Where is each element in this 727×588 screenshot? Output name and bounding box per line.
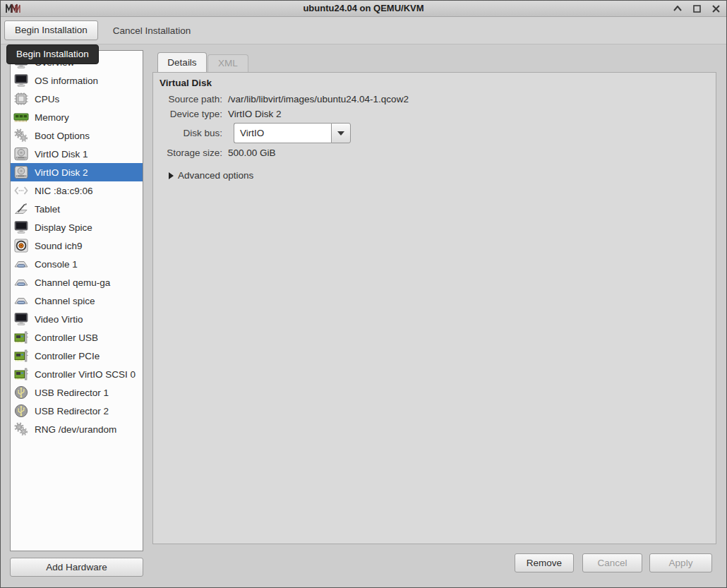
tab-xml[interactable]: XML [208,54,248,72]
expander-arrow-icon [169,172,174,179]
tab-details[interactable]: Details [157,52,207,72]
sidebar-item-virtio-disk-1[interactable]: VirtIO Disk 1 [11,145,143,163]
sidebar-item-label: VirtIO Disk 1 [35,149,88,160]
sidebar-item-channel-qemu-ga[interactable]: Channel qemu-ga [11,273,143,292]
disk-bus-dropdown-button[interactable] [331,123,351,143]
sidebar-item-label: USB Redirector 1 [35,388,109,398]
sidebar-item-channel-spice[interactable]: Channel spice [11,292,143,310]
sidebar-item-nic-8a-c9-06[interactable]: NIC :8a:c9:06 [11,181,143,200]
sidebar-item-label: Controller USB [35,332,98,343]
toolbar: Begin Installation Cancel Installation [1,17,726,44]
source-path-row: Source path: /var/lib/libvirt/images/ubu… [155,94,409,104]
pci-card-icon [13,366,30,382]
sidebar-item-console-1[interactable]: Console 1 [11,255,143,273]
disk-bus-combobox[interactable]: VirtIO [234,123,351,143]
serial-port-icon [13,256,30,272]
sidebar-item-usb-redirector-1[interactable]: USB Redirector 1 [11,383,143,402]
network-icon [13,183,30,198]
sidebar-item-label: Memory [35,112,69,123]
sidebar-item-label: RNG /dev/urandom [35,424,116,435]
sidebar-item-memory[interactable]: Memory [11,108,143,126]
gears-icon [13,421,30,437]
remove-button[interactable]: Remove [515,553,574,572]
pci-card-icon [13,348,30,364]
page-title: Virtual Disk [160,78,212,88]
sidebar-item-os-information[interactable]: OS information [11,71,143,90]
window-controls [673,1,721,16]
gears-icon [13,128,30,143]
monitor-icon [13,73,30,88]
titlebar: ubuntu24.04 on QEMU/KVM [1,1,726,17]
advanced-options-label: Advanced options [178,170,253,181]
maximize-icon[interactable] [692,4,702,13]
sidebar-item-label: OS information [35,76,98,86]
close-icon[interactable] [711,4,721,13]
device-type-label: Device type: [155,109,222,119]
source-path-value: /var/lib/libvirt/images/ubuntu24.04-1.qc… [228,94,409,104]
sidebar-item-boot-options[interactable]: Boot Options [11,126,143,145]
cancel-button[interactable]: Cancel [582,553,642,572]
virt-manager-window: ubuntu24.04 on QEMU/KVM Begin Installati… [0,0,727,588]
sidebar-item-rng-dev-urandom[interactable]: RNG /dev/urandom [11,420,143,438]
sidebar-item-label: VirtIO Disk 2 [35,167,88,178]
sidebar-item-controller-virtio-scsi-0[interactable]: Controller VirtIO SCSI 0 [11,365,143,383]
sidebar-item-usb-redirector-2[interactable]: USB Redirector 2 [11,402,143,420]
sidebar-item-label: Boot Options [35,131,90,141]
hard-disk-icon [13,164,30,180]
storage-size-label: Storage size: [155,148,222,158]
sidebar-item-label: Controller PCIe [35,351,100,361]
sidebar-item-label: CPUs [35,94,59,104]
sidebar-item-video-virtio[interactable]: Video Virtio [11,310,143,328]
pci-card-icon [13,330,30,345]
disk-bus-row: Disk bus: VirtIO [155,123,351,143]
sidebar-item-display-spice[interactable]: Display Spice [11,218,143,236]
sidebar-item-label: USB Redirector 2 [35,406,109,416]
sidebar-item-label: Sound ich9 [35,241,83,251]
sidebar-item-label: Controller VirtIO SCSI 0 [35,369,136,380]
monitor-icon [13,220,30,235]
sidebar-item-cpus[interactable]: CPUs [11,90,143,108]
hard-disk-icon [13,146,30,162]
speaker-icon [13,238,30,253]
sidebar-item-controller-pcie[interactable]: Controller PCIe [11,347,143,365]
sidebar-item-label: Tablet [35,204,60,215]
details-panel: Virtual Disk Source path: /var/lib/libvi… [152,72,716,544]
source-path-label: Source path: [155,94,222,104]
serial-port-icon [13,293,30,308]
dropdown-arrow-icon [337,131,344,136]
device-type-row: Device type: VirtIO Disk 2 [155,109,282,119]
sidebar-item-label: Channel spice [35,296,95,306]
hardware-list: OverviewOS informationCPUsMemoryBoot Opt… [10,50,143,551]
tablet-icon [13,201,30,217]
storage-size-row: Storage size: 500.00 GiB [155,148,276,158]
add-hardware-button[interactable]: Add Hardware [10,558,143,577]
advanced-options-expander[interactable]: Advanced options [169,170,253,181]
usb-icon [13,403,30,419]
sidebar-item-label: Video Virtio [35,314,83,325]
sidebar-item-label: Channel qemu-ga [35,277,110,288]
sidebar-item-sound-ich9[interactable]: Sound ich9 [11,236,143,255]
sidebar-item-label: Console 1 [35,259,78,270]
memory-icon [13,109,30,125]
disk-bus-label: Disk bus: [155,128,222,138]
disk-bus-value[interactable]: VirtIO [234,123,331,143]
device-type-value: VirtIO Disk 2 [228,109,282,119]
monitor-icon [13,311,30,327]
begin-installation-button[interactable]: Begin Installation [4,20,98,40]
serial-port-icon [13,275,30,290]
sidebar-item-label: NIC :8a:c9:06 [35,186,93,196]
usb-icon [13,385,30,400]
begin-installation-tooltip: Begin Installation [6,44,99,64]
sidebar-item-virtio-disk-2[interactable]: VirtIO Disk 2 [11,163,143,181]
apply-button[interactable]: Apply [649,553,712,572]
sidebar-item-controller-usb[interactable]: Controller USB [11,328,143,347]
cpu-icon [13,91,30,107]
sidebar-item-tablet[interactable]: Tablet [11,200,143,218]
storage-size-value: 500.00 GiB [228,148,276,158]
sidebar-item-label: Display Spice [35,222,92,233]
cancel-installation-button[interactable]: Cancel Installation [106,21,198,40]
shade-icon[interactable] [673,4,683,13]
window-title: ubuntu24.04 on QEMU/KVM [1,3,726,13]
